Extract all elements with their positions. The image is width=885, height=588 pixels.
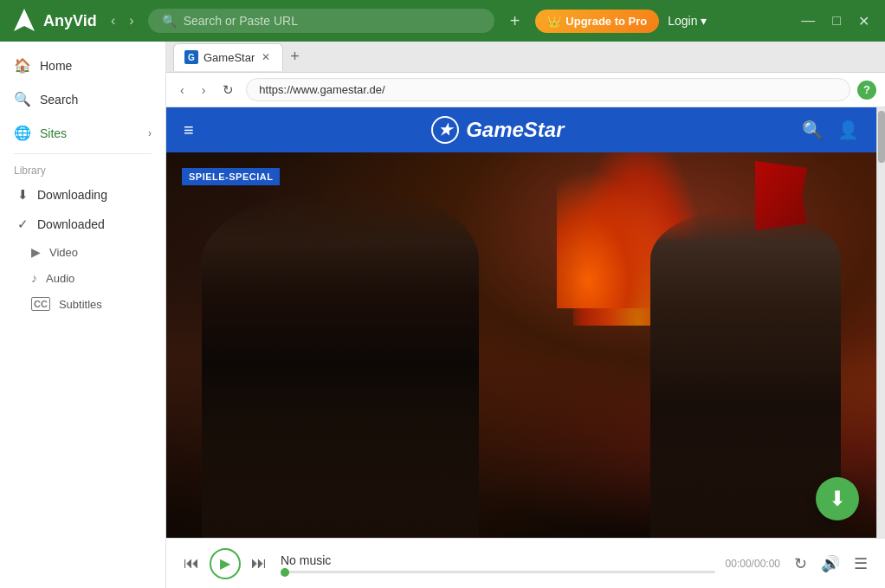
repeat-button[interactable]: ↻ <box>791 551 811 577</box>
gamestar-tab[interactable]: G GameStar ✕ <box>173 43 283 71</box>
forward-button[interactable]: › <box>124 10 139 32</box>
gamestar-logo: ★ GameStar <box>431 116 564 144</box>
spiele-badge: SPIELE-SPECIAL <box>182 168 280 185</box>
player-right-controls: ↻ 🔊 ☰ <box>791 551 871 577</box>
sidebar-home-label: Home <box>40 59 72 73</box>
site-content: ≡ ★ GameStar 🔍 👤 <box>166 107 876 538</box>
crown-icon: 👑 <box>547 15 561 28</box>
help-button[interactable]: ? <box>857 81 876 100</box>
flag-element <box>755 161 807 230</box>
scrollbar-track[interactable] <box>876 107 885 538</box>
library-label: Library <box>0 158 165 180</box>
sidebar-item-downloading[interactable]: ⬇ Downloading <box>0 180 165 210</box>
sidebar-item-downloaded[interactable]: ✓ Downloaded <box>0 210 165 239</box>
subtitles-label: Subtitles <box>59 298 102 311</box>
tab-bar: G GameStar ✕ + <box>166 42 885 73</box>
browser-area: G GameStar ✕ + ‹ › ↻ ? ≡ <box>166 42 885 588</box>
play-button[interactable]: ▶ <box>210 548 241 579</box>
search-bar-container: 🔍 <box>148 9 494 33</box>
gamestar-name: GameStar <box>466 118 564 142</box>
audio-label: Audio <box>46 272 74 285</box>
svg-marker-0 <box>14 9 35 31</box>
url-bar[interactable] <box>246 78 850 101</box>
close-window-button[interactable]: ✕ <box>853 11 875 31</box>
search-input[interactable] <box>184 14 481 28</box>
search-nav-icon: 🔍 <box>14 91 31 107</box>
gamestar-menu-icon[interactable]: ≡ <box>184 120 194 140</box>
sidebar-item-search[interactable]: 🔍 Search <box>0 82 165 116</box>
download-fab-button[interactable]: ⬇ <box>816 477 859 520</box>
player-controls: ⏮ ▶ ⏭ <box>180 548 270 579</box>
sidebar-item-audio[interactable]: ♪ Audio <box>0 265 165 291</box>
gamestar-search-icon[interactable]: 🔍 <box>802 120 824 140</box>
next-track-button[interactable]: ⏭ <box>248 551 270 576</box>
maximize-button[interactable]: □ <box>827 11 846 31</box>
chevron-right-icon: › <box>148 127 152 139</box>
video-label: Video <box>49 246 78 259</box>
back-button[interactable]: ‹ <box>106 10 120 32</box>
sidebar: 🏠 Home 🔍 Search 🌐 Sites › Library ⬇ Down… <box>0 42 166 588</box>
sidebar-sites-label: Sites <box>40 126 67 140</box>
flame-highlight <box>557 170 661 308</box>
browser-forward-button[interactable]: › <box>197 80 211 100</box>
browser-toolbar: ‹ › ↻ ? <box>166 73 885 107</box>
track-info: No music <box>281 553 715 573</box>
gamestar-header-icons: 🔍 👤 <box>802 120 859 140</box>
scrollbar-thumb[interactable] <box>878 111 885 163</box>
sidebar-item-home[interactable]: 🏠 Home <box>0 48 165 82</box>
downloading-label: Downloading <box>37 188 107 202</box>
gamestar-site-header: ≡ ★ GameStar 🔍 👤 <box>166 107 876 152</box>
download-arrow-icon: ⬇ <box>17 187 29 203</box>
sites-icon: 🌐 <box>14 125 31 141</box>
sidebar-nav: 🏠 Home 🔍 Search 🌐 Sites › Library ⬇ Down… <box>0 42 165 324</box>
downloaded-label: Downloaded <box>37 217 105 231</box>
tab-favicon-letter: G <box>188 53 195 62</box>
gamestar-star-icon: ★ <box>431 116 459 144</box>
tab-title: GameStar <box>203 51 255 64</box>
audio-icon: ♪ <box>31 271 37 285</box>
game-banner-area: SPIELE-SPECIAL ⬇ <box>166 152 876 538</box>
upgrade-label: Upgrade to Pro <box>565 15 647 28</box>
content-scroll-area: ≡ ★ GameStar 🔍 👤 <box>166 107 885 538</box>
player-bar: ⏮ ▶ ⏭ No music 00:00/00:00 ↻ 🔊 ☰ <box>166 538 885 588</box>
tab-favicon: G <box>184 50 198 64</box>
browser-back-button[interactable]: ‹ <box>175 80 190 100</box>
video-icon: ▶ <box>31 245 41 259</box>
sidebar-item-sites[interactable]: 🌐 Sites › <box>0 116 165 150</box>
track-time: 00:00/00:00 <box>726 558 780 570</box>
sidebar-item-video[interactable]: ▶ Video <box>0 239 165 265</box>
previous-track-button[interactable]: ⏮ <box>180 551 203 576</box>
progress-bar-track[interactable] <box>281 571 715 573</box>
progress-dot <box>281 568 289 577</box>
browser-nav-arrows: ‹ › <box>106 10 139 32</box>
chevron-down-icon: ▾ <box>701 14 707 28</box>
new-tab-button[interactable]: + <box>283 48 307 66</box>
sidebar-item-subtitles[interactable]: CC Subtitles <box>0 291 165 317</box>
track-title: No music <box>281 553 715 567</box>
game-image-background <box>166 152 876 538</box>
main-layout: 🏠 Home 🔍 Search 🌐 Sites › Library ⬇ Down… <box>0 42 885 588</box>
track-progress-bar <box>281 571 715 573</box>
logo-area: AnyVid <box>10 7 97 35</box>
minimize-button[interactable]: — <box>796 11 820 31</box>
upgrade-button[interactable]: 👑 Upgrade to Pro <box>535 10 659 33</box>
window-controls: — □ ✕ <box>796 11 875 31</box>
sidebar-search-label: Search <box>40 93 78 107</box>
volume-button[interactable]: 🔊 <box>817 551 843 577</box>
checkmark-icon: ✓ <box>17 216 29 232</box>
star-symbol: ★ <box>438 120 452 139</box>
login-area[interactable]: Login ▾ <box>668 14 706 28</box>
login-label: Login <box>668 14 697 28</box>
add-tab-button[interactable]: + <box>503 8 527 35</box>
home-icon: 🏠 <box>14 57 31 74</box>
sidebar-divider <box>14 153 152 154</box>
titlebar: AnyVid ‹ › 🔍 + 👑 Upgrade to Pro Login ▾ … <box>0 0 885 42</box>
queue-button[interactable]: ☰ <box>850 551 871 577</box>
browser-refresh-button[interactable]: ↻ <box>217 79 239 101</box>
download-fab-icon: ⬇ <box>829 487 846 511</box>
gamestar-user-icon[interactable]: 👤 <box>837 120 859 140</box>
badge-text: SPIELE-SPECIAL <box>189 171 273 182</box>
subtitles-icon: CC <box>31 297 50 311</box>
app-name-label: AnyVid <box>43 12 97 30</box>
tab-close-button[interactable]: ✕ <box>260 51 272 63</box>
